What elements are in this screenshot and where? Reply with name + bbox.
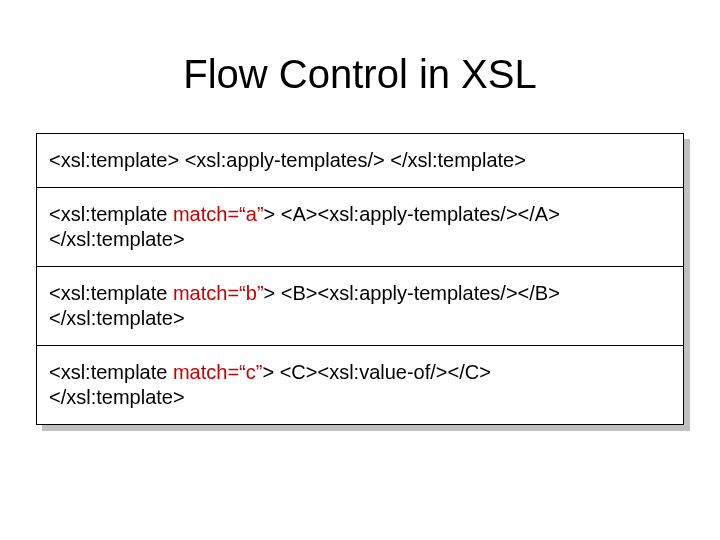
code-row: <xsl:template match=“a”> <A><xsl:apply-t… bbox=[37, 188, 683, 267]
code-box-wrap: <xsl:template> <xsl:apply-templates/> </… bbox=[36, 133, 684, 425]
code-text: <xsl:template bbox=[49, 361, 173, 383]
code-text: <xsl:template bbox=[49, 282, 173, 304]
code-text-line2: </xsl:template> bbox=[49, 227, 671, 252]
code-text: > <C><xsl:value-of/></C> bbox=[262, 361, 490, 383]
code-box: <xsl:template> <xsl:apply-templates/> </… bbox=[36, 133, 684, 425]
code-text: > <A><xsl:apply-templates/></A> bbox=[264, 203, 560, 225]
code-attr: match=“b” bbox=[173, 282, 264, 304]
code-row: <xsl:template match=“c”> <C><xsl:value-o… bbox=[37, 346, 683, 424]
code-row: <xsl:template> <xsl:apply-templates/> </… bbox=[37, 134, 683, 188]
slide-title: Flow Control in XSL bbox=[0, 52, 720, 97]
code-attr: match=“c” bbox=[173, 361, 262, 383]
code-text-line2: </xsl:template> bbox=[49, 385, 671, 410]
code-text: <xsl:template bbox=[49, 203, 173, 225]
code-row: <xsl:template match=“b”> <B><xsl:apply-t… bbox=[37, 267, 683, 346]
code-text: <xsl:template> <xsl:apply-templates/> </… bbox=[49, 149, 526, 171]
code-text: > <B><xsl:apply-templates/></B> bbox=[264, 282, 560, 304]
code-attr: match=“a” bbox=[173, 203, 264, 225]
code-text-line2: </xsl:template> bbox=[49, 306, 671, 331]
